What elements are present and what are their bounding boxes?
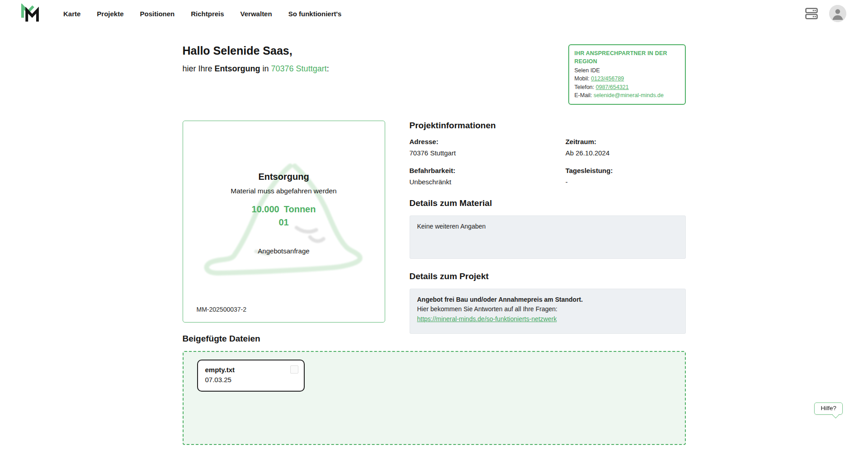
top-navigation-bar: Karte Projekte Positionen Richtpreis Ver… bbox=[0, 0, 868, 27]
file-name: empty.txt bbox=[205, 366, 286, 374]
field-label: Tagesleistung: bbox=[566, 167, 686, 174]
greeting-suffix: : bbox=[327, 64, 329, 73]
project-details-line: Hier bekommen Sie Antworten auf all Ihre… bbox=[417, 304, 678, 314]
material-details-text: Keine weiteren Angaben bbox=[417, 223, 486, 230]
page-title: Hallo Selenide Saas, bbox=[183, 44, 329, 57]
greeting-subtitle: hier Ihre Entsorgung in 70376 Stuttgart: bbox=[183, 64, 329, 74]
card-subtitle: Material muss abgefahren werden bbox=[183, 187, 385, 195]
card-reference-number: MM-202500037-2 bbox=[197, 306, 247, 313]
main-content: Hallo Selenide Saas, hier Ihre Entsorgun… bbox=[183, 27, 686, 445]
mobile-link[interactable]: 0123/456789 bbox=[591, 75, 624, 82]
material-details-heading: Details zum Material bbox=[410, 198, 686, 208]
nav-item-projekte[interactable]: Projekte bbox=[97, 10, 123, 18]
card-project-type: Entsorgung bbox=[183, 172, 385, 182]
field-befahrbarkeit: Befahrbarkeit: Unbeschränkt bbox=[410, 167, 566, 186]
main-nav: Karte Projekte Positionen Richtpreis Ver… bbox=[63, 10, 341, 18]
nav-item-positionen[interactable]: Positionen bbox=[140, 10, 175, 18]
project-details-bold-line: Angebot frei Bau und/oder Annahmepreis a… bbox=[417, 295, 678, 305]
field-label: Zeitraum: bbox=[566, 138, 686, 145]
nav-item-verwalten[interactable]: Verwalten bbox=[241, 10, 272, 18]
network-info-link[interactable]: https://mineral-minds.de/so-funktioniert… bbox=[417, 315, 557, 323]
field-zeitraum: Zeitraum: Ab 26.10.2024 bbox=[566, 138, 686, 157]
project-details-heading: Details zum Projekt bbox=[410, 271, 686, 281]
email-link[interactable]: selenide@mineral-minds.de bbox=[594, 92, 664, 98]
contact-email-row: E-Mail: selenide@mineral-minds.de bbox=[575, 91, 679, 99]
field-label: Adresse: bbox=[410, 138, 566, 145]
phone-link[interactable]: 0987/654321 bbox=[596, 84, 629, 90]
card-position-number: 01 bbox=[183, 217, 385, 228]
project-card[interactable]: Entsorgung Material muss abgefahren werd… bbox=[183, 121, 385, 323]
attachments-dropzone[interactable]: empty.txt 07.03.25 bbox=[183, 351, 686, 445]
amount-value: 10.000 bbox=[252, 204, 279, 214]
email-label: E-Mail: bbox=[575, 92, 592, 98]
user-avatar[interactable] bbox=[829, 5, 846, 22]
field-adresse: Adresse: 70376 Stuttgart bbox=[410, 138, 566, 157]
attachments-heading: Beigefügte Dateien bbox=[183, 334, 686, 344]
server-icon[interactable] bbox=[805, 7, 818, 20]
file-card[interactable]: empty.txt 07.03.25 bbox=[197, 360, 305, 392]
greeting-mid: in bbox=[260, 64, 271, 73]
phone-label: Telefon: bbox=[575, 84, 594, 90]
contact-partner-box: IHR ANSPRECHPARTNER IN DER REGION Selen … bbox=[568, 44, 686, 105]
nav-item-karte[interactable]: Karte bbox=[63, 10, 80, 18]
field-value: - bbox=[566, 178, 686, 186]
field-tagesleistung: Tagesleistung: - bbox=[566, 167, 686, 186]
amount-unit: Tonnen bbox=[284, 204, 316, 214]
contact-phone-row: Telefon: 0987/654321 bbox=[575, 83, 679, 91]
help-button[interactable]: Hilfe? bbox=[814, 402, 843, 415]
nav-item-richtpreis[interactable]: Richtpreis bbox=[191, 10, 224, 18]
mineral-minds-logo-icon[interactable] bbox=[20, 4, 40, 23]
material-details-box: Keine weiteren Angaben bbox=[410, 215, 686, 259]
greeting-prefix: hier Ihre bbox=[183, 64, 215, 73]
location-link[interactable]: 70376 Stuttgart bbox=[271, 64, 327, 73]
contact-mobile-row: Mobil: 0123/456789 bbox=[575, 75, 679, 83]
project-info-grid: Adresse: 70376 Stuttgart Zeitraum: Ab 26… bbox=[410, 138, 686, 186]
card-status: Angebotsanfrage bbox=[183, 247, 385, 255]
project-details-box: Angebot frei Bau und/oder Annahmepreis a… bbox=[410, 289, 686, 334]
contact-box-title: IHR ANSPRECHPARTNER IN DER REGION bbox=[575, 49, 679, 65]
field-value: Ab 26.10.2024 bbox=[566, 149, 686, 157]
file-checkbox[interactable] bbox=[290, 365, 298, 374]
file-date: 07.03.25 bbox=[205, 376, 286, 384]
field-value: 70376 Stuttgart bbox=[410, 149, 566, 157]
mobile-label: Mobil: bbox=[575, 75, 590, 82]
card-amount: 10.000Tonnen bbox=[183, 204, 385, 215]
nav-item-so-funktionierts[interactable]: So funktioniert's bbox=[288, 10, 342, 18]
project-info-heading: Projektinformationen bbox=[410, 121, 686, 131]
greeting-project-type: Entsorgung bbox=[215, 64, 260, 73]
field-label: Befahrbarkeit: bbox=[410, 167, 566, 174]
footer: © 2025 Mineral Minds Deutschland GmbH•07… bbox=[0, 445, 868, 449]
contact-name: Selen IDE bbox=[575, 66, 679, 75]
field-value: Unbeschränkt bbox=[410, 178, 566, 186]
